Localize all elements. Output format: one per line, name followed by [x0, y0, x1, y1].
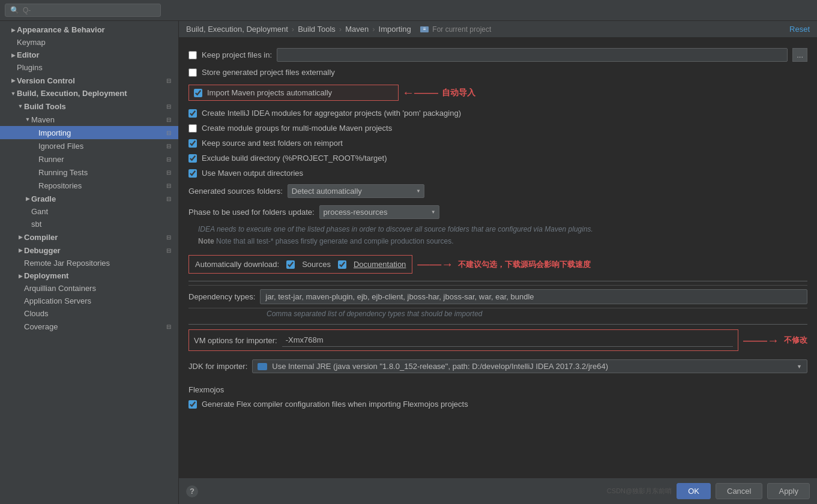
- dependency-input[interactable]: [260, 289, 807, 304]
- toggle-maven[interactable]: ▼: [24, 116, 31, 123]
- sidebar-label-coverage: Coverage: [24, 322, 58, 331]
- sidebar-item-running-tests[interactable]: Running Tests ⊟: [0, 166, 178, 179]
- cancel-button[interactable]: Cancel: [716, 483, 762, 499]
- documentation-checkbox[interactable]: [338, 260, 346, 269]
- sidebar-label-build-exec: Build, Execution, Deployment: [17, 89, 127, 98]
- phase-select-wrapper: process-resources generate-sources none: [319, 205, 439, 219]
- sidebar-item-build-tools[interactable]: ▼ Build Tools ⊟: [0, 100, 178, 113]
- watermark: CSDN@独影月东前哨: [607, 487, 672, 496]
- phase-row: Phase to be used for folders update: pro…: [188, 202, 807, 223]
- sidebar-item-editor[interactable]: ▶ Editor: [0, 49, 178, 61]
- sidebar-item-sbt[interactable]: sbt: [0, 218, 178, 230]
- toggle-appearance[interactable]: ▶: [10, 26, 17, 34]
- sidebar-item-debugger[interactable]: ▶ Debugger ⊟: [0, 244, 178, 257]
- version-control-icon: ⊟: [164, 76, 173, 85]
- store-generated-checkbox[interactable]: [188, 68, 197, 77]
- keep-source-test-checkbox[interactable]: [188, 139, 197, 148]
- sidebar-item-version-control[interactable]: ▶ Version Control ⊟: [0, 74, 178, 87]
- sidebar-item-app-servers[interactable]: Application Servers: [0, 295, 178, 307]
- exclude-build-dir-label: Exclude build directory (%PROJECT_ROOT%/…: [202, 154, 387, 163]
- generated-sources-select-wrapper: Detect automatically Generated-sources s…: [288, 184, 424, 198]
- auto-download-label: Automatically download:: [195, 260, 279, 269]
- sidebar-item-arquillian[interactable]: Arquillian Containers: [0, 282, 178, 295]
- breadcrumb-part-2: Build Tools: [298, 25, 336, 34]
- sidebar-item-gant[interactable]: Gant: [0, 205, 178, 218]
- phase-label: Phase to be used for folders update:: [188, 208, 315, 217]
- sidebar-item-appearance[interactable]: ▶ Appearance & Behavior: [0, 23, 178, 36]
- sidebar-label-deployment: Deployment: [24, 271, 68, 280]
- keep-project-files-row: Keep project files in: ...: [188, 45, 807, 65]
- ok-button[interactable]: OK: [677, 483, 711, 499]
- flexmojos-generate-checkbox[interactable]: [188, 400, 197, 409]
- create-intellij-checkbox[interactable]: [188, 109, 197, 118]
- sidebar-label-sbt: sbt: [31, 220, 41, 229]
- flexmojos-header: Flexmojos: [188, 382, 807, 397]
- sidebar-item-maven[interactable]: ▼ Maven ⊟: [0, 113, 178, 126]
- project-icon: ≡: [420, 26, 429, 32]
- sidebar-item-build-exec[interactable]: ▼ Build, Execution, Deployment: [0, 87, 178, 100]
- exclude-build-dir-checkbox[interactable]: [188, 154, 197, 163]
- vm-input[interactable]: [282, 334, 733, 347]
- toggle-version-control[interactable]: ▶: [10, 77, 17, 84]
- sidebar-item-runner[interactable]: Runner ⊟: [0, 152, 178, 166]
- phase-select[interactable]: process-resources generate-sources none: [319, 205, 439, 219]
- keep-project-files-input[interactable]: [277, 48, 788, 62]
- use-maven-output-checkbox[interactable]: [188, 169, 197, 178]
- breadcrumb-part-4: Importing: [379, 25, 411, 34]
- apply-button[interactable]: Apply: [767, 483, 810, 499]
- dependency-row: Dependency types: Comma separated list o…: [188, 281, 807, 325]
- generated-sources-select[interactable]: Detect automatically Generated-sources s…: [288, 184, 424, 198]
- reset-button[interactable]: Reset: [789, 25, 810, 34]
- toggle-plugins: [10, 64, 17, 71]
- search-input[interactable]: [23, 6, 155, 14]
- sidebar-item-compiler[interactable]: ▶ Compiler ⊟: [0, 230, 178, 244]
- sidebar-label-debugger: Debugger: [24, 246, 61, 255]
- sidebar-label-keymap: Keymap: [17, 38, 46, 47]
- search-bar[interactable]: 🔍: [5, 4, 161, 17]
- build-tools-icon: ⊟: [164, 101, 173, 111]
- import-maven-auto-label: Import Maven projects automatically: [207, 88, 332, 97]
- sidebar-label-clouds: Clouds: [24, 309, 48, 318]
- toggle-editor[interactable]: ▶: [10, 52, 17, 59]
- sources-label: Sources: [302, 260, 331, 269]
- toggle-gradle[interactable]: ▶: [24, 195, 31, 202]
- sources-checkbox[interactable]: [286, 260, 295, 269]
- toggle-debugger[interactable]: ▶: [17, 247, 24, 254]
- help-icon[interactable]: ?: [186, 485, 198, 497]
- flexmojos-generate-label: Generate Flex compiler configuration fil…: [202, 400, 468, 409]
- annotation-arrow-vm: ——→: [743, 334, 779, 347]
- sidebar-item-gradle[interactable]: ▶ Gradle ⊟: [0, 192, 178, 205]
- breadcrumb-part-1: Build, Execution, Deployment: [186, 25, 288, 34]
- sidebar-item-plugins[interactable]: Plugins: [0, 61, 178, 74]
- create-module-groups-checkbox[interactable]: [188, 124, 197, 133]
- keep-project-files-label: Keep project files in:: [202, 50, 272, 59]
- toggle-compiler[interactable]: ▶: [17, 233, 24, 241]
- sidebar-item-ignored-files[interactable]: Ignored Files ⊟: [0, 139, 178, 152]
- coverage-icon: ⊟: [164, 322, 173, 331]
- use-maven-output-label: Use Maven output directories: [202, 169, 303, 178]
- sidebar-label-gant: Gant: [31, 207, 48, 216]
- keep-project-files-checkbox[interactable]: [188, 51, 197, 59]
- toggle-build-tools[interactable]: ▼: [17, 103, 24, 110]
- sidebar-item-importing[interactable]: Importing ⊟: [0, 126, 178, 139]
- dependency-hint: Comma separated list of dependency types…: [188, 308, 807, 320]
- keep-source-test-label: Keep source and test folders on reimport: [202, 139, 343, 148]
- maven-icon: ⊟: [164, 115, 173, 124]
- sidebar-item-coverage[interactable]: Coverage ⊟: [0, 320, 178, 333]
- toggle-deployment[interactable]: ▶: [17, 272, 24, 280]
- for-current-project: For current project: [432, 25, 491, 34]
- import-maven-auto-checkbox[interactable]: [194, 89, 202, 97]
- sidebar-item-keymap[interactable]: Keymap: [0, 36, 178, 49]
- sidebar-item-deployment[interactable]: ▶ Deployment: [0, 269, 178, 282]
- sidebar-item-clouds[interactable]: Clouds: [0, 307, 178, 320]
- vm-label: VM options for importer:: [194, 336, 277, 345]
- sidebar-item-remote-jar[interactable]: Remote Jar Repositories: [0, 257, 178, 269]
- sidebar-label-ignored-files: Ignored Files: [38, 142, 83, 151]
- documentation-label: Documentation: [354, 260, 406, 269]
- jdk-select-container[interactable]: Use Internal JRE (java version "1.8.0_15…: [252, 359, 807, 373]
- jdk-icon: [258, 363, 267, 370]
- keep-project-files-browse-btn[interactable]: ...: [792, 48, 807, 62]
- keep-source-test-row: Keep source and test folders on reimport: [188, 136, 807, 151]
- toggle-build-exec[interactable]: ▼: [10, 90, 17, 97]
- sidebar-item-repositories[interactable]: Repositories ⊟: [0, 179, 178, 192]
